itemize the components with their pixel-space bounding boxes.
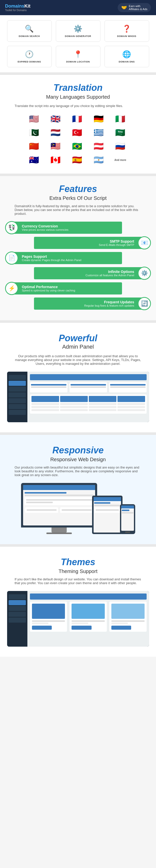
card-line [32,623,48,624]
tool-domain-whois-label: Domain Whois [117,35,136,37]
screen-line [94,505,121,506]
responsive-section: Responsive Responsive Web Design Our pro… [0,435,156,544]
translation-subtitle: Many Languages Supported [5,94,151,100]
flag-ca: 🇨🇦 [46,154,65,166]
feature-row-performance: ⚡ Optimal Performance Speed is optimized… [5,282,151,294]
monitor-stand [51,527,67,532]
flag-sa: 🇸🇦 [111,126,129,138]
sidebar-item [9,375,26,380]
table-row [31,406,145,408]
screen-line [96,509,119,511]
tool-domain-search-label: Domain Search [19,35,40,37]
mockup-card [109,382,147,392]
tool-expired-domains-label: Expired Domains [18,60,41,63]
tool-domain-location[interactable]: 📍 Domain Location [56,46,100,67]
card-line [72,620,105,622]
table-cell [89,403,116,405]
table-row [31,396,145,402]
powerful-desc: Our products ship with a custom built cl… [15,354,141,366]
feature-banner-performance: Optimal Performance Speed is optimized b… [13,282,122,294]
monitor-base [46,532,72,534]
feature-banner-smtp: SMTP Support Send E-Mails through SMTP [34,237,143,249]
feature-desc-performance: Speed is optimized by using clever cachi… [22,289,118,292]
flag-fr: 🇫🇷 [68,113,86,125]
table-cell [89,406,116,408]
table-cell [118,396,145,402]
features-title: Features [5,184,151,194]
card-line [71,386,106,388]
features-subtitle: Extra Perks Of Our Script [5,195,151,201]
admin-panel-label: Admin Panel [5,344,151,350]
sidebar-item [9,392,26,398]
logo-kit: Kit [24,4,30,9]
and-more: And more [111,154,129,166]
card-line [110,386,146,388]
tool-domain-search[interactable]: 🔍 Domain Search [7,20,52,42]
screen-line [94,502,111,504]
feature-banner-options: Infinite Options Customize all features … [34,267,143,279]
devices-mockup [7,483,149,534]
theme-button [111,626,131,630]
table-cell [31,406,59,408]
feature-icon-performance: ⚡ [5,282,18,295]
monitor-screen-body [23,490,95,525]
card-line [110,384,146,385]
screen-blocks-row [25,506,94,514]
tablet-screen-body [94,502,121,532]
feature-row-smtp: SMTP Support Send E-Mails through SMTP 📧 [5,237,151,249]
affiliate-banner[interactable]: 🤝 Earn with Affiliates & Ads [118,3,151,12]
themes-section: Themes Theming Support If you don't like… [0,547,156,657]
sidebar-item [9,398,26,403]
screen-line [26,499,92,501]
mockup-table [30,394,147,414]
feature-desc-pages: Create dynamic Pages through the Admin P… [22,258,118,261]
tool-expired-domains[interactable]: 🕐 Expired Domains [7,46,52,67]
table-cell [60,403,88,405]
flag-it: 🇮🇹 [111,113,129,125]
logo: DomainsKit Toolkit for Domains [5,4,30,12]
mockup-header-bar [30,374,147,380]
table-cell [89,396,116,402]
flag-de: 🇩🇪 [89,113,108,125]
mockup-card [30,382,68,392]
card-line [72,623,88,624]
responsive-title: Responsive [5,445,151,456]
sidebar-item [9,606,26,611]
sidebar-item [9,612,26,617]
card-line [111,623,128,624]
expired-domains-icon: 🕐 [25,50,34,58]
feature-icon-currency: 💱 [5,221,18,234]
screen-block [25,497,94,505]
monitor-screen-header [23,485,95,490]
feature-row-options: Infinite Options Customize all features … [5,267,151,279]
feature-icon-pages: 📄 [5,251,18,265]
admin-panel-mockup [7,372,149,422]
flag-cn: 🇨🇳 [25,140,43,152]
domain-dns-icon: 🌐 [122,50,131,58]
phone-screen [121,505,134,531]
card-line [31,386,67,388]
tablet-screen [94,497,121,532]
sidebar-item [9,381,26,386]
flag-tr: 🇹🇷 [68,126,86,138]
screen-block [60,507,93,513]
feature-name-smtp: SMTP Support [38,239,134,243]
screen-line [25,492,67,494]
tablet-screen-header [94,497,121,501]
translation-section: Translation Many Languages Supported Tra… [0,75,156,174]
screen-line [122,509,129,511]
desktop-monitor [21,483,97,527]
tool-domain-generator[interactable]: ⚙️ Domain Generator [56,20,100,42]
tool-domain-location-label: Domain Location [66,60,90,63]
themes-subtitle: Theming Support [5,568,151,574]
flag-es: 🇪🇸 [68,154,86,166]
theme-button [32,626,52,630]
tool-domain-dns[interactable]: 🌐 Domain DNS [105,46,149,67]
phone-device [120,504,135,534]
table-cell [60,396,88,402]
phone-screen-header [121,505,134,508]
feature-name-currency: Currency Conversion [22,224,118,228]
feature-banner-currency: Currency Conversion View prices across v… [13,222,122,234]
tool-domain-whois[interactable]: ❓ Domain Whois [105,20,149,42]
site-header: DomainsKit Toolkit for Domains 🤝 Earn wi… [0,0,156,15]
